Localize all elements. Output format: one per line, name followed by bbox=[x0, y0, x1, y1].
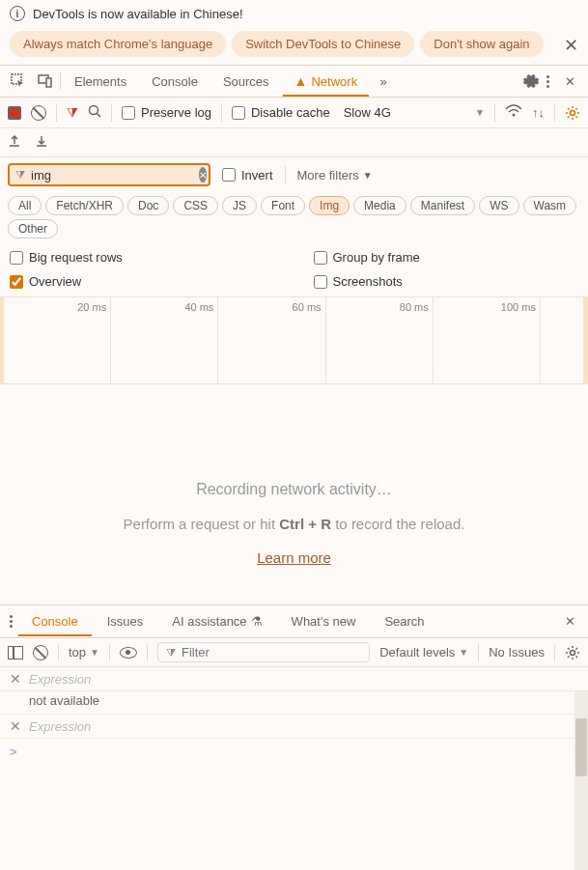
kebab-menu-icon[interactable] bbox=[543, 71, 553, 92]
timeline-tick: 40 ms bbox=[184, 301, 213, 313]
match-language-button[interactable]: Always match Chrome's language bbox=[10, 31, 226, 57]
funnel-icon: ⧩ bbox=[166, 646, 176, 660]
empty-title: Recording network activity… bbox=[19, 481, 569, 498]
svg-line-4 bbox=[98, 114, 101, 118]
clear-button[interactable] bbox=[31, 105, 46, 121]
record-button[interactable] bbox=[8, 106, 21, 120]
search-icon[interactable] bbox=[88, 104, 101, 121]
scrollbar-thumb[interactable] bbox=[575, 718, 587, 776]
close-drawer-button[interactable]: ✕ bbox=[557, 609, 582, 634]
tab-network[interactable]: ▲Network bbox=[283, 66, 370, 97]
inspect-icon[interactable] bbox=[6, 69, 31, 94]
type-filters: AllFetch/XHRDocCSSJSFontImgMediaManifest… bbox=[0, 192, 588, 242]
drawer-tab-issues[interactable]: Issues bbox=[94, 606, 157, 636]
warning-icon: ▲ bbox=[294, 73, 308, 89]
group-frame-checkbox[interactable]: Group by frame bbox=[314, 250, 579, 265]
filter-input-wrap: ⧩ ✕ bbox=[8, 163, 210, 186]
big-rows-checkbox[interactable]: Big request rows bbox=[10, 250, 275, 265]
type-chip-ws[interactable]: WS bbox=[479, 196, 518, 215]
remove-expression-button[interactable]: ✕ bbox=[10, 718, 21, 734]
import-har-icon[interactable] bbox=[35, 134, 48, 151]
type-chip-all[interactable]: All bbox=[8, 196, 42, 215]
overview-checkbox[interactable]: Overview bbox=[10, 274, 275, 289]
learn-more-link[interactable]: Learn more bbox=[257, 549, 331, 566]
svg-point-7 bbox=[571, 650, 575, 655]
invert-checkbox[interactable]: Invert bbox=[222, 168, 273, 182]
network-settings-icon[interactable] bbox=[565, 105, 580, 121]
throttle-dropdown-icon[interactable]: ▼ bbox=[475, 107, 485, 118]
type-chip-fetch-xhr[interactable]: Fetch/XHR bbox=[45, 196, 124, 215]
drawer-menu-icon[interactable] bbox=[6, 611, 16, 631]
empty-subtitle: Perform a request or hit Ctrl + R to rec… bbox=[19, 516, 569, 532]
funnel-icon: ⧩ bbox=[15, 168, 25, 182]
clear-filter-button[interactable]: ✕ bbox=[199, 167, 207, 182]
tab-sources[interactable]: Sources bbox=[211, 67, 281, 97]
timeline-tick: 60 ms bbox=[293, 301, 322, 313]
more-tabs-button[interactable]: » bbox=[371, 69, 396, 94]
close-devtools-button[interactable]: ✕ bbox=[557, 69, 582, 94]
svg-rect-2 bbox=[46, 78, 51, 87]
close-infobar-button[interactable]: ✕ bbox=[564, 35, 578, 56]
type-chip-css[interactable]: CSS bbox=[173, 196, 218, 215]
svg-point-6 bbox=[571, 110, 575, 115]
console-filter-wrap: ⧩ bbox=[157, 642, 370, 662]
more-filters-dropdown[interactable]: More filters▼ bbox=[297, 168, 373, 182]
type-chip-manifest[interactable]: Manifest bbox=[410, 196, 475, 215]
drawer-tab-console[interactable]: Console bbox=[18, 606, 92, 636]
throttling-select[interactable]: Slow 4G bbox=[340, 103, 360, 122]
type-chip-img[interactable]: Img bbox=[309, 196, 350, 215]
tab-console[interactable]: Console bbox=[140, 67, 210, 97]
live-expression-icon[interactable] bbox=[120, 647, 137, 659]
switch-chinese-button[interactable]: Switch DevTools to Chinese bbox=[232, 31, 414, 57]
preserve-log-checkbox[interactable]: Preserve log bbox=[122, 105, 211, 120]
type-chip-wasm[interactable]: Wasm bbox=[523, 196, 577, 215]
settings-icon[interactable] bbox=[523, 73, 539, 89]
tab-elements[interactable]: Elements bbox=[63, 67, 138, 97]
type-chip-media[interactable]: Media bbox=[353, 196, 406, 215]
info-icon: i bbox=[10, 6, 25, 21]
expression-placeholder[interactable]: Expression bbox=[29, 672, 91, 687]
type-chip-doc[interactable]: Doc bbox=[127, 196, 169, 215]
context-select[interactable]: top▼ bbox=[69, 645, 99, 660]
type-chip-js[interactable]: JS bbox=[222, 196, 257, 215]
remove-expression-button[interactable]: ✕ bbox=[10, 671, 21, 687]
clear-console-button[interactable] bbox=[33, 645, 48, 660]
sidebar-toggle-icon[interactable] bbox=[8, 646, 23, 660]
scrollbar[interactable] bbox=[574, 691, 588, 870]
no-issues-button[interactable]: No Issues bbox=[489, 645, 545, 660]
expression-placeholder[interactable]: Expression bbox=[29, 719, 91, 734]
wifi-icon[interactable] bbox=[505, 104, 522, 121]
log-levels-select[interactable]: Default levels▼ bbox=[379, 645, 468, 660]
expression-value: not available bbox=[0, 691, 588, 715]
svg-point-5 bbox=[513, 114, 516, 117]
filter-toggle-icon[interactable]: ⧩ bbox=[67, 104, 78, 121]
type-chip-other[interactable]: Other bbox=[8, 219, 58, 239]
infobar-text: DevTools is now available in Chinese! bbox=[33, 7, 243, 21]
screenshots-checkbox[interactable]: Screenshots bbox=[314, 274, 579, 289]
timeline-tick: 100 ms bbox=[501, 301, 536, 313]
timeline-tick: 20 ms bbox=[77, 301, 106, 313]
export-har-icon[interactable] bbox=[8, 134, 21, 151]
console-prompt[interactable]: > bbox=[0, 739, 588, 765]
device-toggle-icon[interactable] bbox=[33, 69, 58, 94]
upload-arrows-icon[interactable]: ↑↓ bbox=[532, 105, 545, 120]
flask-icon: ⚗ bbox=[251, 614, 263, 629]
svg-point-3 bbox=[90, 106, 98, 115]
console-filter-input[interactable] bbox=[182, 645, 361, 660]
filter-input[interactable] bbox=[31, 168, 193, 182]
drawer-tab-ai[interactable]: AI assistance⚗ bbox=[158, 606, 275, 636]
type-chip-font[interactable]: Font bbox=[261, 196, 305, 215]
drawer-tab-search[interactable]: Search bbox=[371, 606, 437, 636]
timeline[interactable]: 20 ms 40 ms 60 ms 80 ms 100 ms bbox=[0, 297, 588, 384]
disable-cache-checkbox[interactable]: Disable cache bbox=[232, 105, 330, 120]
console-settings-icon[interactable] bbox=[565, 645, 580, 660]
dont-show-button[interactable]: Don't show again bbox=[420, 31, 543, 57]
drawer-tab-whatsnew[interactable]: What's new bbox=[278, 606, 370, 636]
timeline-tick: 80 ms bbox=[400, 301, 429, 313]
